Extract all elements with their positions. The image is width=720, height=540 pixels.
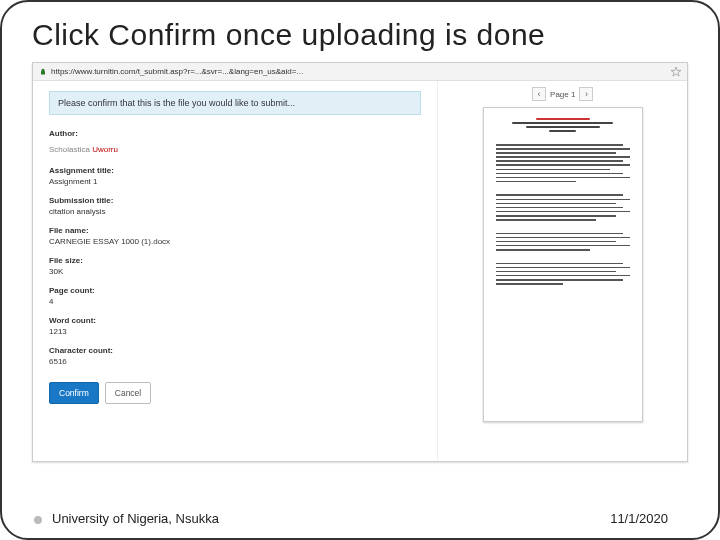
slide-footer: University of Nigeria, Nsukka 11/1/2020 <box>52 511 668 526</box>
pager: ‹ Page 1 › <box>532 87 593 101</box>
bookmark-star-icon[interactable] <box>671 67 681 77</box>
pagecount-value: 4 <box>49 297 421 306</box>
action-buttons: Confirm Cancel <box>49 382 421 404</box>
cancel-button[interactable]: Cancel <box>105 382 151 404</box>
preview-pane: ‹ Page 1 › <box>438 81 687 461</box>
doc-paragraph <box>496 194 630 220</box>
filesize-row: File size: 30K <box>49 256 421 276</box>
page-body: Please confirm that this is the file you… <box>33 81 687 461</box>
lock-icon <box>39 68 47 76</box>
wordcount-value: 1213 <box>49 327 421 336</box>
filename-label: File name: <box>49 226 421 235</box>
footer-left: University of Nigeria, Nsukka <box>52 511 219 526</box>
submission-details: Please confirm that this is the file you… <box>33 81 438 461</box>
page-indicator: Page 1 <box>550 90 575 99</box>
confirm-button[interactable]: Confirm <box>49 382 99 404</box>
submission-title-value: citation analysis <box>49 207 421 216</box>
filename-row: File name: CARNEGIE ESSAY 1000 (1).docx <box>49 226 421 246</box>
assignment-row: Assignment title: Assignment 1 <box>49 166 421 186</box>
wordcount-label: Word count: <box>49 316 421 325</box>
author-row: Author: Scholastica Uworru <box>49 129 421 156</box>
author-value: Scholastica Uworru <box>49 145 118 154</box>
doc-paragraph <box>496 263 630 285</box>
doc-heading <box>496 118 630 132</box>
pagecount-row: Page count: 4 <box>49 286 421 306</box>
url-bar: https://www.turnitin.com/t_submit.asp?r=… <box>33 63 687 81</box>
submission-title-row: Submission title: citation analysis <box>49 196 421 216</box>
filename-value: CARNEGIE ESSAY 1000 (1).docx <box>49 237 421 246</box>
slide-title: Click Confirm once uploading is done <box>32 18 688 52</box>
author-label: Author: <box>49 129 421 138</box>
filesize-value: 30K <box>49 267 421 276</box>
charcount-value: 6516 <box>49 357 421 366</box>
confirm-alert: Please confirm that this is the file you… <box>49 91 421 115</box>
wordcount-row: Word count: 1213 <box>49 316 421 336</box>
slide-number-dot <box>34 516 42 524</box>
prev-page-button[interactable]: ‹ <box>532 87 546 101</box>
assignment-value: Assignment 1 <box>49 177 421 186</box>
submission-title-label: Submission title: <box>49 196 421 205</box>
slide-frame: Click Confirm once uploading is done htt… <box>0 0 720 540</box>
pagecount-label: Page count: <box>49 286 421 295</box>
url-text: https://www.turnitin.com/t_submit.asp?r=… <box>51 67 667 76</box>
next-page-button[interactable]: › <box>579 87 593 101</box>
assignment-label: Assignment title: <box>49 166 421 175</box>
footer-right: 11/1/2020 <box>610 511 668 526</box>
filesize-label: File size: <box>49 256 421 265</box>
charcount-label: Character count: <box>49 346 421 355</box>
browser-window: https://www.turnitin.com/t_submit.asp?r=… <box>32 62 688 462</box>
charcount-row: Character count: 6516 <box>49 346 421 366</box>
doc-paragraph <box>496 233 630 251</box>
doc-paragraph <box>496 144 630 182</box>
document-preview <box>483 107 643 422</box>
